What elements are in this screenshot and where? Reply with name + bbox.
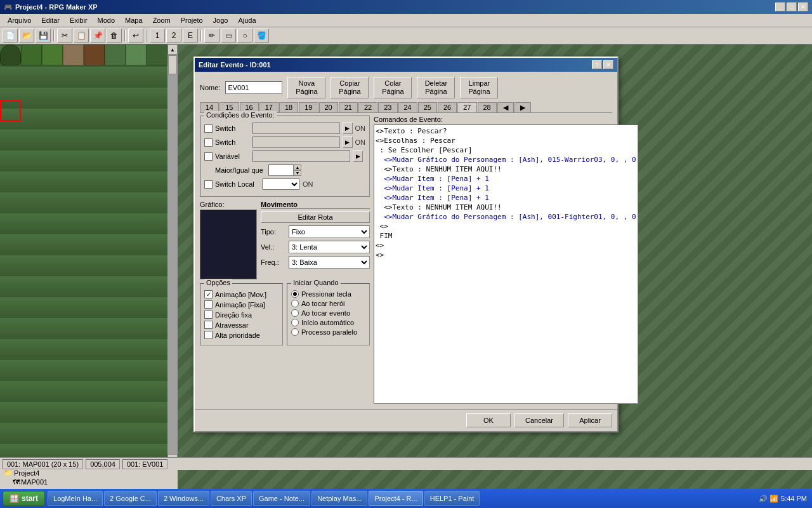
anim-mov-checkbox[interactable] <box>204 290 213 298</box>
apply-button[interactable]: Aplicar <box>568 413 612 427</box>
cmd-line-5: <>Texto : NENHUM ITEM AQUI!! <box>376 164 636 174</box>
cancel-button[interactable]: Cancelar <box>514 413 564 427</box>
name-input[interactable] <box>225 81 282 94</box>
dialog-overlay: Editar Evento - ID:001 ? ✕ Nome: NovaPág… <box>0 0 812 489</box>
taskbar-chars-label: Chars XP <box>216 495 246 502</box>
tab-21[interactable]: 21 <box>339 102 358 112</box>
radio-pressionar[interactable] <box>291 290 299 298</box>
switch1-checkbox[interactable] <box>204 124 213 133</box>
switch2-input[interactable] <box>252 137 340 148</box>
switch2-label: Switch <box>215 138 250 146</box>
taskbar-netplay[interactable]: Netplay Mas... <box>311 491 367 506</box>
dialog-footer: OK Cancelar Aplicar <box>195 409 617 431</box>
tab-28[interactable]: 28 <box>478 102 497 112</box>
dialog-help-button[interactable]: ? <box>592 60 602 69</box>
nova-pagina-button[interactable]: NovaPágina <box>287 77 325 98</box>
taskbar-logmein[interactable]: LogMeIn Ha... <box>48 491 103 506</box>
tipo-label: Tipo: <box>261 228 286 236</box>
tab-25[interactable]: 25 <box>418 102 437 112</box>
two-col-layout: Condições do Evento: Switch ▶ ON <box>200 116 612 404</box>
vel-select[interactable]: 1: Muito lenta 2: Devagar 3: Lenta 4: No… <box>289 241 370 253</box>
tab-18[interactable]: 18 <box>279 102 298 112</box>
spin-down[interactable]: ▼ <box>294 170 301 176</box>
switch1-input[interactable] <box>252 123 340 134</box>
tab-23[interactable]: 23 <box>378 102 397 112</box>
taskbar-windows[interactable]: 2 Windows... <box>158 491 209 506</box>
variable-arrow[interactable]: ▶ <box>353 150 363 162</box>
dialog-close-button[interactable]: ✕ <box>603 60 613 69</box>
switch2-arrow[interactable]: ▶ <box>343 137 353 148</box>
radio-inicio-auto-label: Início automático <box>301 319 354 326</box>
deletar-pagina-button[interactable]: DeletarPágina <box>417 77 455 98</box>
name-label: Nome: <box>200 84 220 91</box>
cmd-line-7: <>Mudar Item : [Pena] + 1 <box>376 184 636 193</box>
tab-20[interactable]: 20 <box>319 102 338 112</box>
switch-local-checkbox[interactable] <box>204 180 213 189</box>
maior-igual-input[interactable] <box>268 164 294 176</box>
cmd-line-10: <>Mudar Gráfico do Personagem : [Ash], 0… <box>376 212 636 222</box>
tab-27[interactable]: 27 <box>457 102 476 113</box>
switch-local-select[interactable] <box>262 178 300 190</box>
alta-prioridade-checkbox[interactable] <box>204 331 213 339</box>
opcoes-section: Opções Animação [Mov.] Animação [Fixa] <box>200 283 283 345</box>
switch2-checkbox[interactable] <box>204 138 213 147</box>
radio-tocar-heroi[interactable] <box>291 300 299 307</box>
taskbar-paint-label: HELP1 - Paint <box>430 495 475 502</box>
taskbar-paint[interactable]: HELP1 - Paint <box>424 491 480 506</box>
anim-fixa-checkbox[interactable] <box>204 300 213 309</box>
cmd-line-2: <>Escolhas : Pescar <box>376 136 636 145</box>
atravessar-checkbox[interactable] <box>204 321 213 329</box>
opcoes-label: Opções <box>204 279 232 286</box>
tab-24[interactable]: 24 <box>398 102 417 112</box>
variable-input[interactable] <box>252 150 350 162</box>
opcao-alta-prioridade: Alta prioridade <box>204 331 278 339</box>
trigger-pressionar: Pressionar tecla <box>291 290 365 298</box>
radio-inicio-auto[interactable] <box>291 319 299 326</box>
freq-select[interactable]: 1: Muito baixa 2: Baixa 3: Baixa 4: Norm… <box>289 256 370 269</box>
switch-local-on: ON <box>303 180 313 188</box>
tab-next[interactable]: ▶ <box>514 102 531 112</box>
tipo-select[interactable]: Fixo Aleatório Para cima/baixo Para esqu… <box>289 225 370 238</box>
movement-title: Movimento <box>261 201 370 209</box>
tab-26[interactable]: 26 <box>438 102 457 112</box>
cmd-line-13: <> <box>376 241 636 250</box>
tab-prev[interactable]: ◀ <box>497 102 514 112</box>
direcao-fixa-label: Direção fixa <box>215 311 252 319</box>
copiar-pagina-button[interactable]: CopiarPágina <box>331 77 369 98</box>
taskbar-rpgmaker-label: Project4 - R... <box>374 495 417 502</box>
taskbar-rpgmaker[interactable]: Project4 - R... <box>369 491 422 506</box>
radio-tocar-evento[interactable] <box>291 309 299 317</box>
cmd-line-14: <> <box>376 250 636 260</box>
conditions-section: Condições do Evento: Switch ▶ ON <box>200 116 370 197</box>
limpar-pagina-button[interactable]: LimparPágina <box>460 77 498 98</box>
spin-up[interactable]: ▲ <box>294 164 301 170</box>
switch1-arrow[interactable]: ▶ <box>343 123 353 134</box>
alta-prioridade-label: Alta prioridade <box>215 331 260 339</box>
tab-19[interactable]: 19 <box>299 102 318 112</box>
iniciar-section: Iniciar Quando Pressionar tecla Ao tocar… <box>287 283 370 345</box>
graphic-area: Gráfico: <box>200 201 257 279</box>
opcao-atravessar: Atravessar <box>204 321 278 329</box>
edit-route-button[interactable]: Editar Rota <box>261 211 370 223</box>
direcao-fixa-checkbox[interactable] <box>204 311 213 319</box>
variable-checkbox[interactable] <box>204 152 213 161</box>
taskbar-chars[interactable]: Chars XP <box>211 491 252 506</box>
movement-section: Movimento Editar Rota Tipo: Fixo Aleatór… <box>261 201 370 279</box>
vel-label: Vel.: <box>261 243 286 251</box>
dialog-title-text: Editar Evento - ID:001 <box>199 61 271 69</box>
taskbar-chrome[interactable]: 2 Google C... <box>104 491 157 506</box>
right-column: Comandos de Evento: <>Texto : Pescar? <>… <box>374 116 638 404</box>
tipo-row: Tipo: Fixo Aleatório Para cima/baixo Par… <box>261 225 370 238</box>
opcao-anim-fixa: Animação [Fixa] <box>204 300 278 309</box>
colar-pagina-button[interactable]: ColarPágina <box>374 77 412 98</box>
start-button[interactable]: 🪟 start <box>3 491 45 506</box>
graphic-preview[interactable] <box>200 210 257 279</box>
taskbar-game[interactable]: Game - Note... <box>253 491 310 506</box>
radio-paralelo[interactable] <box>291 328 299 336</box>
commands-box[interactable]: <>Texto : Pescar? <>Escolhas : Pescar : … <box>374 124 638 404</box>
tab-22[interactable]: 22 <box>358 102 377 112</box>
opcao-anim-mov: Animação [Mov.] <box>204 290 278 298</box>
start-icon: 🪟 <box>10 494 19 503</box>
trigger-tocar-heroi: Ao tocar herói <box>291 300 365 307</box>
ok-button[interactable]: OK <box>466 413 511 427</box>
